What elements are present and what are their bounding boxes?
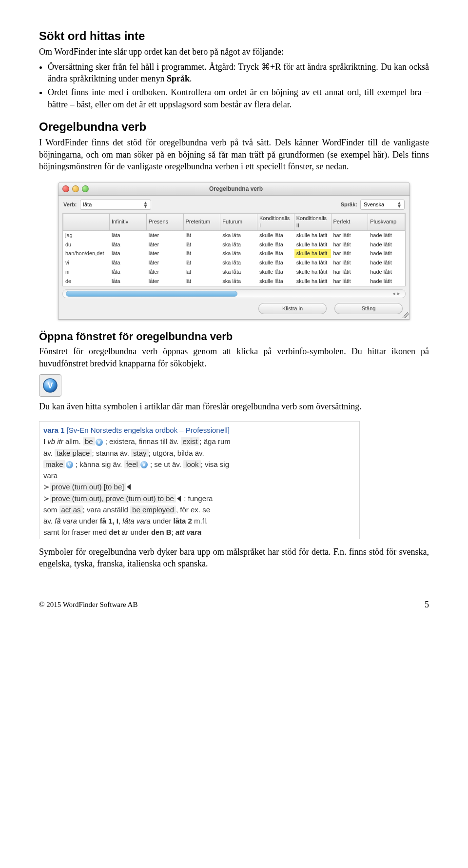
verbinfo-mini-icon[interactable]: V — [140, 461, 148, 468]
table-header[interactable]: Konditionalis I — [257, 214, 294, 231]
entry-text: äv. — [43, 517, 55, 525]
table-row[interactable]: jaglåtalåterlätska låtaskulle låtaskulle… — [63, 230, 405, 240]
table-cell[interactable]: ska låta — [220, 258, 257, 267]
table-cell[interactable]: har låtit — [331, 249, 368, 258]
close-button[interactable]: Stäng — [334, 303, 403, 314]
table-cell[interactable]: hade låtit — [368, 258, 405, 267]
table-cell[interactable]: skulle ha låtit — [294, 277, 331, 286]
para-oregelbundna: I WordFinder finns det stöd för oregelbu… — [39, 137, 429, 172]
table-cell[interactable]: ni — [63, 267, 110, 277]
table-header[interactable]: Presens — [146, 214, 183, 231]
table-cell[interactable]: ska låta — [220, 267, 257, 277]
table-cell[interactable]: låter — [146, 277, 183, 286]
table-cell[interactable]: låter — [146, 240, 183, 249]
table-cell[interactable]: lät — [183, 240, 220, 249]
entry-text: , för ex. se — [176, 505, 210, 514]
bullet-1-text: Översättning sker från fel håll i progra… — [48, 62, 429, 83]
table-cell[interactable]: jag — [63, 230, 110, 240]
para-symbol-hint: Du kan även hitta symbolen i artiklar dä… — [39, 401, 429, 412]
table-cell[interactable]: låta — [110, 277, 147, 286]
verbinfo-mini-icon[interactable]: V — [66, 461, 73, 468]
table-cell[interactable]: du — [63, 240, 110, 249]
close-icon[interactable] — [62, 185, 69, 192]
table-header[interactable]: Konditionalis II — [294, 214, 331, 231]
table-header[interactable]: Preteritum — [183, 214, 220, 231]
sprak-bold: Språk — [167, 74, 190, 83]
table-cell[interactable]: har låtit — [331, 267, 368, 277]
table-cell[interactable]: hade låtit — [368, 240, 405, 249]
table-cell[interactable]: ska låta — [220, 249, 257, 258]
table-cell[interactable]: hade låtit — [368, 267, 405, 277]
table-cell[interactable]: skulle låta — [257, 249, 294, 258]
entry-phrase: make — [43, 460, 65, 468]
table-cell[interactable]: skulle låta — [257, 240, 294, 249]
table-cell[interactable]: skulle låta — [257, 277, 294, 286]
verbinfo-mini-icon[interactable]: V — [96, 439, 103, 446]
entry-text: ; — [172, 528, 176, 536]
scrollbar-thumb[interactable] — [66, 291, 237, 297]
table-row[interactable]: nilåtalåterlätska låtaskulle låtaskulle … — [63, 267, 405, 277]
table-header[interactable]: Perfekt — [331, 214, 368, 231]
table-cell[interactable]: lät — [183, 258, 220, 267]
table-cell[interactable]: skulle ha låtit — [294, 240, 331, 249]
lang-select[interactable]: Svenska ▲▼ — [360, 200, 405, 210]
entry-phrase: be — [83, 437, 95, 445]
resize-handle-icon[interactable] — [402, 311, 409, 318]
table-cell[interactable]: lät — [183, 277, 220, 286]
table-cell[interactable]: lät — [183, 230, 220, 240]
minimize-icon[interactable] — [72, 185, 79, 192]
table-header[interactable]: Futurum — [220, 214, 257, 231]
entry-text: ; utgöra, bilda äv. — [149, 449, 204, 457]
table-cell[interactable]: lät — [183, 267, 220, 277]
table-cell[interactable]: skulle ha låtit — [294, 267, 331, 277]
table-row[interactable]: dulåtalåterlätska låtaskulle låtaskulle … — [63, 240, 405, 249]
table-cell[interactable]: låter — [146, 267, 183, 277]
table-cell[interactable]: låta — [110, 258, 147, 267]
table-cell[interactable]: vi — [63, 258, 110, 267]
table-cell[interactable]: ska låta — [220, 240, 257, 249]
scrollbar-arrows[interactable]: ◂▸ — [392, 290, 402, 297]
table-cell[interactable]: han/hon/den,det — [63, 249, 110, 258]
entry-text: ; fungera — [182, 494, 213, 503]
horizontal-scrollbar[interactable]: ◂▸ — [62, 289, 406, 298]
table-cell[interactable]: skulle ha låtit — [294, 230, 331, 240]
table-cell[interactable]: hade låtit — [368, 249, 405, 258]
table-cell[interactable]: låta — [110, 240, 147, 249]
table-cell[interactable]: skulle låta — [257, 258, 294, 267]
table-header[interactable]: Infinitiv — [110, 214, 147, 231]
entry-text: ; stanna äv. — [92, 449, 131, 457]
table-cell[interactable]: låter — [146, 258, 183, 267]
table-row[interactable]: delåtalåterlätska låtaskulle låtaskulle … — [63, 277, 405, 286]
verbinfo-icon[interactable]: V — [39, 374, 61, 397]
table-cell[interactable]: låta — [110, 267, 147, 277]
table-cell[interactable]: de — [63, 277, 110, 286]
table-row[interactable]: han/hon/den,detlåtalåterlätska låtaskull… — [63, 249, 405, 258]
table-cell[interactable]: låter — [146, 230, 183, 240]
table-cell[interactable]: har låtit — [331, 230, 368, 240]
table-cell[interactable]: låta — [110, 249, 147, 258]
table-cell[interactable]: ska låta — [220, 277, 257, 286]
table-cell[interactable]: skulle låta — [257, 267, 294, 277]
paste-button[interactable]: Klistra in — [258, 303, 327, 314]
table-cell[interactable]: låter — [146, 249, 183, 258]
table-cell[interactable]: har låtit — [331, 258, 368, 267]
table-cell[interactable]: skulle låta — [257, 230, 294, 240]
zoom-icon[interactable] — [82, 185, 89, 192]
para-open-window: Fönstret för oregelbundna verb öppnas ge… — [39, 345, 429, 369]
table-cell[interactable]: skulle ha låtit — [294, 249, 331, 258]
window-titlebar[interactable]: Oregelbundna verb — [58, 182, 410, 196]
verb-select[interactable]: låta ▲▼ — [80, 200, 151, 210]
table-row[interactable]: vilåtalåterlätska låtaskulle låtaskulle … — [63, 258, 405, 267]
table-cell[interactable]: har låtit — [331, 277, 368, 286]
entry-text: allm. — [63, 437, 83, 445]
dictionary-entry: vara 1 [Sv-En Norstedts engelska ordbok … — [39, 421, 360, 539]
table-cell[interactable]: skulle ha låtit — [294, 258, 331, 267]
table-cell[interactable]: hade låtit — [368, 230, 405, 240]
table-cell[interactable]: ska låta — [220, 230, 257, 240]
table-header[interactable] — [63, 214, 110, 231]
table-cell[interactable]: lät — [183, 249, 220, 258]
table-header[interactable]: Pluskvamp — [368, 214, 405, 231]
table-cell[interactable]: hade låtit — [368, 277, 405, 286]
table-cell[interactable]: har låtit — [331, 240, 368, 249]
table-cell[interactable]: låta — [110, 230, 147, 240]
